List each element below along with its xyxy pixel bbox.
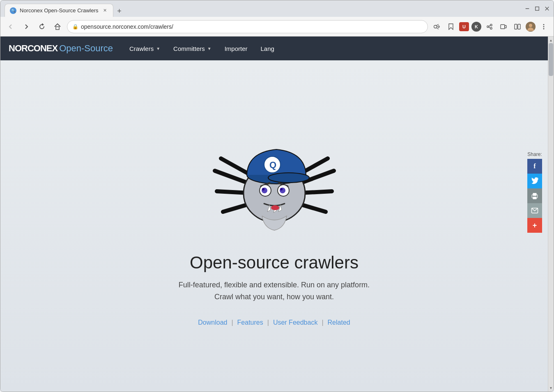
download-link[interactable]: Download xyxy=(198,319,227,326)
hero-section: Q xyxy=(0,60,548,392)
reload-button[interactable] xyxy=(36,21,48,33)
share-twitter-button[interactable] xyxy=(527,174,542,188)
svg-text:Q: Q xyxy=(269,160,276,170)
toolbar: 🔒 opensource.norconex.com/crawlers/ U K xyxy=(0,17,554,37)
menu-icon[interactable] xyxy=(538,21,549,32)
share-email-button[interactable] xyxy=(527,203,542,218)
nav-committers-arrow: ▼ xyxy=(207,46,211,51)
extensions-icon[interactable] xyxy=(484,21,495,32)
separator-1: | xyxy=(231,319,233,326)
logo-norconex: NORCONEX xyxy=(9,43,57,54)
nav-importer-label: Importer xyxy=(225,45,248,52)
svg-line-10 xyxy=(489,27,490,28)
nav-committers-label: Committers xyxy=(173,45,205,52)
page-wrapper: NORCONEX Open-Source Crawlers ▼ Committe… xyxy=(0,37,554,392)
bookmark-icon[interactable] xyxy=(445,21,457,32)
tab-close-button[interactable]: ✕ xyxy=(101,7,108,14)
title-bar: 🔍 Norconex Open-Source Crawlers ✕ + xyxy=(0,0,554,17)
svg-point-39 xyxy=(262,188,264,190)
home-button[interactable] xyxy=(51,21,64,33)
svg-point-40 xyxy=(280,188,283,190)
address-bar[interactable]: 🔒 opensource.norconex.com/crawlers/ xyxy=(67,20,428,33)
browser-tab[interactable]: 🔍 Norconex Open-Source Crawlers ✕ xyxy=(5,4,113,17)
minimize-button[interactable] xyxy=(525,6,530,11)
shield-icon[interactable]: U xyxy=(459,22,469,31)
svg-rect-7 xyxy=(490,24,492,26)
window-controls xyxy=(525,6,549,11)
related-link[interactable]: Related xyxy=(328,319,350,326)
scrollbar-thumb[interactable] xyxy=(549,43,553,76)
back-button[interactable] xyxy=(5,21,17,33)
hero-title: Open-source crawlers xyxy=(190,253,359,273)
media-icon[interactable] xyxy=(498,21,509,32)
share-print-button[interactable] xyxy=(527,188,542,203)
hero-subtitle-line1: Full-featured, flexible and extensible. … xyxy=(179,281,370,289)
svg-rect-11 xyxy=(501,25,505,29)
browser-frame: 🔍 Norconex Open-Source Crawlers ✕ + xyxy=(0,0,554,392)
share-page-icon[interactable] xyxy=(431,21,443,32)
svg-rect-13 xyxy=(515,24,517,29)
separator-2: | xyxy=(267,319,269,326)
tab-favicon: 🔍 xyxy=(10,7,16,14)
hero-subtitle-line2: Crawl what you want, how you want. xyxy=(214,293,334,301)
toolbar-right: U K xyxy=(431,21,549,32)
close-button[interactable] xyxy=(545,6,549,11)
user-feedback-link[interactable]: User Feedback xyxy=(273,319,318,326)
hero-links: Download | Features | User Feedback | Re… xyxy=(198,319,350,326)
hero-subtitle: Full-featured, flexible and extensible. … xyxy=(179,279,370,303)
tab-title: Norconex Open-Source Crawlers xyxy=(20,7,98,14)
svg-point-18 xyxy=(543,26,545,27)
forward-button[interactable] xyxy=(20,21,32,33)
nav-item-committers[interactable]: Committers ▼ xyxy=(167,37,218,60)
svg-point-48 xyxy=(536,196,537,197)
tab-area: 🔍 Norconex Open-Source Crawlers ✕ + xyxy=(5,0,125,17)
main-page: NORCONEX Open-Source Crawlers ▼ Committe… xyxy=(0,37,548,392)
scroll-down-button[interactable]: ▼ xyxy=(548,385,554,391)
svg-rect-8 xyxy=(490,28,492,29)
features-link[interactable]: Features xyxy=(237,319,263,326)
site-logo[interactable]: NORCONEX Open-Source xyxy=(9,43,113,54)
svg-point-17 xyxy=(543,24,545,25)
nav-lang-label: Lang xyxy=(261,45,274,52)
profile-icon[interactable] xyxy=(526,22,536,32)
split-view-icon[interactable] xyxy=(512,21,523,32)
scroll-up-button[interactable]: ▲ xyxy=(548,37,554,43)
nav-item-lang[interactable]: Lang xyxy=(254,37,281,60)
svg-marker-5 xyxy=(449,24,453,30)
lock-icon: 🔒 xyxy=(72,24,78,30)
nav-crawlers-arrow: ▼ xyxy=(156,46,160,51)
nav-items: Crawlers ▼ Committers ▼ Importer Lang xyxy=(123,37,281,60)
nav-item-crawlers[interactable]: Crawlers ▼ xyxy=(123,37,167,60)
logo-opensource: Open-Source xyxy=(59,43,113,54)
svg-rect-6 xyxy=(487,26,489,28)
svg-point-30 xyxy=(268,173,309,183)
spider-mascot: Q xyxy=(209,126,340,241)
kaios-icon[interactable]: K xyxy=(471,22,481,32)
svg-rect-4 xyxy=(56,27,59,30)
svg-point-19 xyxy=(543,28,545,29)
site-navigation: NORCONEX Open-Source Crawlers ▼ Committe… xyxy=(0,37,548,60)
share-label: Share: xyxy=(527,151,542,157)
svg-rect-14 xyxy=(518,24,520,29)
svg-point-44 xyxy=(271,205,279,210)
scrollbar[interactable]: ▲ ▼ xyxy=(548,37,554,392)
svg-line-9 xyxy=(489,25,490,27)
scrollbar-track[interactable] xyxy=(548,43,554,385)
svg-point-16 xyxy=(529,24,532,27)
maximize-button[interactable] xyxy=(535,6,540,11)
separator-3: | xyxy=(322,319,323,326)
share-facebook-button[interactable]: f xyxy=(527,159,542,174)
nav-item-importer[interactable]: Importer xyxy=(218,37,254,60)
share-sidebar: Share: f + xyxy=(527,151,542,233)
share-more-button[interactable]: + xyxy=(527,218,542,233)
svg-rect-12 xyxy=(505,25,506,28)
new-tab-button[interactable]: + xyxy=(113,5,125,17)
svg-rect-1 xyxy=(536,7,539,11)
nav-crawlers-label: Crawlers xyxy=(129,45,154,52)
url-display: opensource.norconex.com/crawlers/ xyxy=(81,23,173,30)
